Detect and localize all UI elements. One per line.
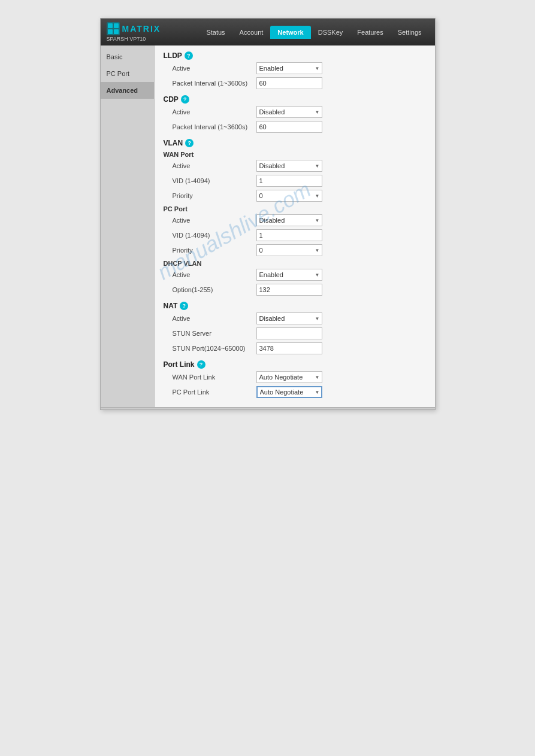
- nat-active-row: Active Disabled Enabled: [164, 312, 426, 324]
- dhcp-vlan-header: DHCP VLAN: [164, 260, 426, 267]
- logo-text: MATRIX: [122, 24, 161, 34]
- vlan-pc-port-priority-select[interactable]: 0123: [256, 244, 322, 256]
- nat-title: NAT: [164, 302, 178, 310]
- vlan-pc-port-active-label: Active: [173, 217, 256, 224]
- pc-port-link-row: PC Port Link Auto Negotiate 10M Full 10M…: [164, 386, 426, 398]
- nat-active-select[interactable]: Disabled Enabled: [256, 312, 322, 324]
- wan-port-active-select[interactable]: Disabled Enabled: [256, 160, 322, 172]
- tab-account[interactable]: Account: [232, 26, 271, 39]
- pc-port-link-select-wrapper: Auto Negotiate 10M Full 10M Half 100M Fu…: [256, 386, 322, 398]
- wan-port-priority-row: Priority 0123: [164, 190, 426, 202]
- nat-section-header: NAT ?: [164, 302, 426, 310]
- content-area: Basic PC Port Advanced LLDP ? Active Ena…: [101, 45, 435, 407]
- lldp-packet-interval-input[interactable]: [256, 77, 322, 89]
- wan-port-link-label: WAN Port Link: [173, 374, 256, 381]
- vlan-help-icon[interactable]: ?: [185, 139, 194, 147]
- wan-port-link-row: WAN Port Link Auto Negotiate 10M Full 10…: [164, 371, 426, 383]
- nav-tabs: Status Account Network DSSKey Features S…: [165, 26, 428, 39]
- logo-area: MATRIX SPARSH VP710: [107, 22, 161, 42]
- nat-stun-port-row: STUN Port(1024~65000): [164, 342, 426, 354]
- vlan-pc-port-active-select[interactable]: Disabled Enabled: [256, 214, 322, 226]
- svg-rect-2: [114, 23, 119, 28]
- dhcp-vlan-active-select-wrapper: Enabled Disabled: [256, 269, 322, 281]
- nat-stun-server-label: STUN Server: [173, 330, 256, 337]
- vlan-pc-port-active-row: Active Disabled Enabled: [164, 214, 426, 226]
- wan-port-active-select-wrapper: Disabled Enabled: [256, 160, 322, 172]
- cdp-active-select-wrapper: Disabled Enabled: [256, 106, 322, 118]
- wan-port-priority-label: Priority: [173, 192, 256, 199]
- header: MATRIX SPARSH VP710 Status Account Netwo…: [101, 19, 435, 45]
- dhcp-vlan-option-label: Option(1-255): [173, 286, 256, 293]
- vlan-pc-port-active-select-wrapper: Disabled Enabled: [256, 214, 322, 226]
- sidebar-item-advanced[interactable]: Advanced: [101, 82, 154, 99]
- lldp-packet-interval-label: Packet Interval (1~3600s): [173, 80, 256, 87]
- tab-network[interactable]: Network: [270, 26, 310, 39]
- bottom-bar: [101, 407, 435, 409]
- port-link-help-icon[interactable]: ?: [197, 360, 205, 369]
- vlan-pc-port-priority-select-wrapper: 0123: [256, 244, 322, 256]
- nat-active-select-wrapper: Disabled Enabled: [256, 312, 322, 324]
- dhcp-vlan-option-row: Option(1-255): [164, 284, 426, 296]
- wan-port-vid-input[interactable]: [256, 175, 322, 187]
- wan-port-priority-select[interactable]: 0123: [256, 190, 322, 202]
- cdp-active-row: Active Disabled Enabled: [164, 106, 426, 118]
- lldp-active-row: Active Enabled Disabled: [164, 62, 426, 74]
- logo-subtitle: SPARSH VP710: [107, 36, 146, 42]
- wan-port-link-select-wrapper: Auto Negotiate 10M Full 10M Half 100M Fu…: [256, 371, 322, 383]
- pc-port-link-label: PC Port Link: [173, 388, 256, 396]
- vlan-pc-port-priority-label: Priority: [173, 247, 256, 254]
- sidebar-item-basic[interactable]: Basic: [101, 48, 154, 65]
- wan-port-vid-label: VID (1-4094): [173, 177, 256, 184]
- wan-port-active-label: Active: [173, 162, 256, 169]
- logo-matrix: MATRIX: [107, 22, 161, 35]
- tab-dsskey[interactable]: DSSKey: [311, 26, 350, 39]
- svg-rect-1: [108, 23, 113, 28]
- tab-features[interactable]: Features: [350, 26, 390, 39]
- port-link-section-header: Port Link ?: [164, 360, 426, 369]
- wan-port-active-row: Active Disabled Enabled: [164, 160, 426, 172]
- cdp-active-label: Active: [173, 108, 256, 116]
- cdp-section-header: CDP ?: [164, 95, 426, 104]
- nat-stun-server-input[interactable]: [256, 327, 322, 339]
- nat-stun-port-input[interactable]: [256, 342, 322, 354]
- cdp-packet-interval-input[interactable]: [256, 121, 322, 133]
- cdp-title: CDP: [164, 95, 179, 104]
- cdp-help-icon[interactable]: ?: [181, 95, 189, 104]
- cdp-packet-interval-label: Packet Interval (1~3600s): [173, 123, 256, 130]
- cdp-active-select[interactable]: Disabled Enabled: [256, 106, 322, 118]
- vlan-section-header: VLAN ?: [164, 139, 426, 147]
- nat-active-label: Active: [173, 315, 256, 322]
- nat-stun-server-row: STUN Server: [164, 327, 426, 339]
- tab-status[interactable]: Status: [199, 26, 232, 39]
- cdp-packet-interval-row: Packet Interval (1~3600s): [164, 121, 426, 133]
- lldp-title: LLDP: [164, 51, 182, 60]
- pc-port-link-select[interactable]: Auto Negotiate 10M Full 10M Half 100M Fu…: [256, 386, 322, 398]
- vlan-pc-port-vid-input[interactable]: [256, 229, 322, 241]
- vlan-pc-port-vid-row: VID (1-4094): [164, 229, 426, 241]
- lldp-active-label: Active: [173, 65, 256, 72]
- nat-stun-port-label: STUN Port(1024~65000): [173, 345, 256, 352]
- matrix-logo-icon: [107, 22, 120, 35]
- lldp-section-header: LLDP ?: [164, 51, 426, 60]
- wan-port-header: WAN Port: [164, 151, 426, 158]
- port-link-title: Port Link: [164, 360, 195, 369]
- vlan-pc-port-header: PC Port: [164, 205, 426, 212]
- vlan-title: VLAN: [164, 139, 183, 147]
- dhcp-vlan-active-select[interactable]: Enabled Disabled: [256, 269, 322, 281]
- dhcp-vlan-active-label: Active: [173, 271, 256, 278]
- lldp-active-select-wrapper: Enabled Disabled: [256, 62, 322, 74]
- sidebar-item-pc-port[interactable]: PC Port: [101, 65, 154, 82]
- wan-port-priority-select-wrapper: 0123: [256, 190, 322, 202]
- lldp-help-icon[interactable]: ?: [185, 51, 193, 60]
- wan-port-vid-row: VID (1-4094): [164, 175, 426, 187]
- nat-help-icon[interactable]: ?: [180, 302, 188, 310]
- lldp-active-select[interactable]: Enabled Disabled: [256, 62, 322, 74]
- sidebar: Basic PC Port Advanced: [101, 45, 155, 407]
- vlan-pc-port-vid-label: VID (1-4094): [173, 232, 256, 239]
- tab-settings[interactable]: Settings: [391, 26, 429, 39]
- browser-frame: MATRIX SPARSH VP710 Status Account Netwo…: [100, 18, 436, 410]
- dhcp-vlan-option-input[interactable]: [256, 284, 322, 296]
- wan-port-link-select[interactable]: Auto Negotiate 10M Full 10M Half 100M Fu…: [256, 371, 322, 383]
- svg-rect-4: [114, 29, 119, 34]
- main-content: LLDP ? Active Enabled Disabled Packet In…: [155, 45, 435, 407]
